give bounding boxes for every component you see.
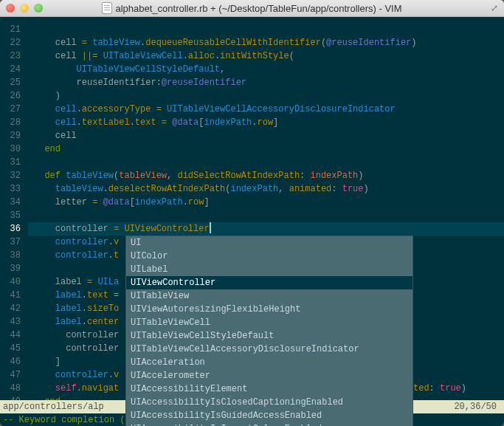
line-number: 44 bbox=[0, 329, 28, 342]
completion-item[interactable]: UIAccessibilityIsGuidedAccessEnabled bbox=[126, 409, 412, 422]
gutter: 2122232425262728293031323334353637383940… bbox=[0, 17, 28, 426]
line-number: 39 bbox=[0, 262, 28, 275]
completion-item[interactable]: UIColor bbox=[126, 250, 412, 263]
completion-item[interactable]: UITableView bbox=[126, 289, 412, 303]
line-number: 34 bbox=[0, 196, 28, 209]
completion-popup[interactable]: UIUIColorUILabelUIViewControllerUITableV… bbox=[125, 236, 413, 426]
close-button[interactable] bbox=[6, 4, 15, 13]
traffic-lights bbox=[6, 4, 43, 13]
resize-grip-icon[interactable]: ⤢ bbox=[491, 3, 501, 13]
line-number: 32 bbox=[0, 169, 28, 182]
document-icon bbox=[102, 2, 112, 14]
window-title: alphabet_controller.rb + (~/Desktop/Tabl… bbox=[115, 3, 401, 14]
code-line[interactable]: cell bbox=[28, 129, 504, 142]
line-number: 23 bbox=[0, 49, 28, 63]
line-number: 43 bbox=[0, 315, 28, 329]
code-line[interactable]: cell.accessoryType = UITableViewCellAcce… bbox=[28, 103, 504, 116]
line-number: 25 bbox=[0, 76, 28, 89]
line-number: 46 bbox=[0, 355, 28, 368]
status-position: 20,36/50 bbox=[454, 400, 504, 413]
line-number: 42 bbox=[0, 302, 28, 315]
completion-item[interactable]: UIViewController bbox=[126, 276, 412, 289]
line-number: 40 bbox=[0, 275, 28, 289]
minimize-button[interactable] bbox=[20, 4, 29, 13]
completion-item[interactable]: UIAccessibilityElement bbox=[126, 382, 412, 396]
line-number: 30 bbox=[0, 142, 28, 156]
maximize-button[interactable] bbox=[34, 4, 43, 13]
completion-item[interactable]: UITableViewCellStyleDefault bbox=[126, 329, 412, 343]
status-file: app/controllers/alp bbox=[3, 400, 104, 413]
code-line[interactable]: cell ||= UITableViewCell.alloc.initWithS… bbox=[28, 49, 504, 63]
window: alphabet_controller.rb + (~/Desktop/Tabl… bbox=[0, 0, 504, 426]
line-number: 27 bbox=[0, 103, 28, 116]
line-number: 37 bbox=[0, 236, 28, 249]
line-number: 47 bbox=[0, 368, 28, 382]
line-number: 41 bbox=[0, 289, 28, 302]
code-line[interactable]: UITableViewCellStyleDefault, bbox=[28, 63, 504, 76]
editor[interactable]: 2122232425262728293031323334353637383940… bbox=[0, 17, 504, 426]
titlebar: alphabet_controller.rb + (~/Desktop/Tabl… bbox=[0, 0, 504, 17]
completion-item[interactable]: UITableViewCell bbox=[126, 316, 412, 329]
code-line[interactable]: reuseIdentifier:@reuseIdentifier bbox=[28, 76, 504, 89]
line-number: 22 bbox=[0, 36, 28, 49]
code-line[interactable]: controller = UIViewController bbox=[28, 222, 504, 236]
completion-item[interactable]: UIViewAutoresizingFlexibleHeight bbox=[126, 303, 412, 316]
code-line[interactable]: end bbox=[28, 142, 504, 156]
code-line[interactable]: cell.textLabel.text = @data[indexPath.ro… bbox=[28, 116, 504, 129]
line-number: 28 bbox=[0, 116, 28, 129]
line-number: 21 bbox=[0, 23, 28, 36]
line-number: 36 bbox=[0, 222, 28, 236]
code-trailing: ted: true) bbox=[413, 382, 466, 395]
code-line[interactable]: def tableView(tableView, didSelectRowAtI… bbox=[28, 169, 504, 182]
line-number: 31 bbox=[0, 156, 28, 169]
completion-item[interactable]: UILabel bbox=[126, 263, 412, 276]
line-number: 45 bbox=[0, 342, 28, 355]
completion-item[interactable]: UIAccessibilityIsClosedCaptioningEnabled bbox=[126, 396, 412, 409]
line-number: 48 bbox=[0, 382, 28, 395]
line-number: 33 bbox=[0, 182, 28, 196]
window-title-container: alphabet_controller.rb + (~/Desktop/Tabl… bbox=[0, 2, 504, 14]
code-line[interactable]: tableView.deselectRowAtIndexPath(indexPa… bbox=[28, 182, 504, 196]
line-number: 26 bbox=[0, 89, 28, 103]
completion-item[interactable]: UITableViewCellAccessoryDisclosureIndica… bbox=[126, 343, 412, 356]
cursor bbox=[210, 222, 211, 233]
line-number: 24 bbox=[0, 63, 28, 76]
code-line[interactable]: cell = tableView.dequeueReusableCellWith… bbox=[28, 36, 504, 49]
completion-item[interactable]: UIAcceleration bbox=[126, 356, 412, 369]
code-line[interactable] bbox=[28, 23, 504, 36]
line-number: 38 bbox=[0, 249, 28, 262]
code-line[interactable] bbox=[28, 209, 504, 222]
completion-item[interactable]: UI bbox=[126, 236, 412, 250]
line-number: 35 bbox=[0, 209, 28, 222]
completion-item[interactable]: UIAccessibilityIsInvertColorsEnabled bbox=[126, 422, 412, 426]
completion-item[interactable]: UIAccelerometer bbox=[126, 369, 412, 382]
code-line[interactable]: ) bbox=[28, 89, 504, 103]
line-number: 29 bbox=[0, 129, 28, 142]
code-line[interactable]: letter = @data[indexPath.row] bbox=[28, 196, 504, 209]
code-line[interactable] bbox=[28, 156, 504, 169]
